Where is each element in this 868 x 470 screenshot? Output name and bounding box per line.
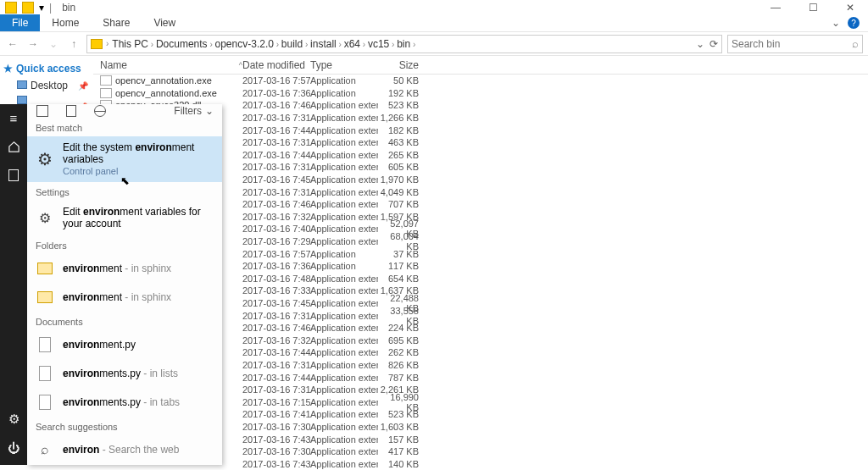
cell-type: Application extens... (310, 422, 378, 432)
chevron-right-icon: › (148, 40, 156, 49)
result-folder[interactable]: environment - in sphinx (27, 283, 222, 312)
cell-type: Application (310, 261, 378, 271)
chevron-right-icon: › (274, 40, 281, 49)
cell-type: Application extens... (310, 373, 378, 383)
result-icon (36, 335, 54, 354)
breadcrumb-segment[interactable]: This PC (112, 38, 148, 50)
help-icon[interactable]: ? (848, 17, 860, 29)
section-settings: Settings (27, 182, 222, 201)
cell-type: Application (310, 249, 378, 259)
forward-button[interactable]: → (25, 38, 41, 50)
cell-size: 463 KB (378, 137, 427, 147)
cell-type: Application (310, 88, 378, 98)
column-headers: Name^ Date modified Type Size (93, 56, 868, 75)
result-folder[interactable]: environment - in sphinx (27, 254, 222, 283)
breadcrumb-segment[interactable]: bin (397, 38, 410, 50)
result-document[interactable]: environment.py (27, 330, 222, 359)
cell-type: Application extens... (310, 446, 378, 456)
ribbon-collapse-icon[interactable]: ⌄ (832, 17, 840, 29)
breadcrumb-segment[interactable]: Documents (156, 38, 208, 50)
cell-size: 117 KB (378, 261, 427, 271)
cell-date: 2017-03-16 7:15 A... (242, 397, 310, 407)
ribbon-tabs: File Home Share View ⌄ ? (0, 15, 868, 32)
result-icon (36, 440, 54, 459)
close-button[interactable]: ✕ (837, 2, 863, 14)
result-document[interactable]: environments.py - in tabs (27, 388, 222, 417)
col-type[interactable]: Type (310, 59, 378, 71)
documents-filter-icon[interactable] (64, 104, 78, 118)
breadcrumb[interactable]: › This PC › Documents › opencv-3.2.0 › b… (86, 35, 722, 53)
tab-file[interactable]: File (0, 14, 40, 31)
cell-date: 2017-03-16 7:46 A... (242, 323, 310, 333)
result-icon (36, 393, 54, 412)
home-icon[interactable] (7, 140, 20, 153)
gear-icon (36, 208, 54, 227)
cell-size: 654 KB (378, 274, 427, 284)
tab-share[interactable]: Share (91, 14, 142, 31)
breadcrumb-segment[interactable]: build (281, 38, 303, 50)
cell-type: Application extens... (310, 434, 378, 445)
up-button[interactable]: ↑ (66, 38, 81, 50)
web-filter-icon[interactable] (93, 104, 107, 118)
qat-dropdown-icon[interactable]: ▾ (39, 2, 44, 14)
minimize-button[interactable]: — (763, 2, 788, 14)
cell-date: 2017-03-16 7:44 A... (242, 125, 310, 135)
cell-size: 417 KB (378, 446, 427, 456)
cell-type: Application extens... (310, 199, 378, 209)
result-suggestion[interactable]: environmental pollution (27, 464, 222, 470)
col-name[interactable]: Name^ (93, 59, 242, 71)
breadcrumb-segment[interactable]: opencv-3.2.0 (215, 38, 274, 50)
breadcrumb-segment[interactable]: x64 (344, 38, 360, 50)
sidebar-item[interactable]: Desktop📌 (3, 78, 90, 93)
recent-dropdown-icon[interactable]: ⌄ (46, 38, 61, 50)
search-input[interactable] (727, 35, 863, 53)
cell-date: 2017-03-16 7:45 A... (242, 174, 310, 185)
settings-rail-icon[interactable] (7, 412, 20, 426)
cell-type: Application extens... (310, 150, 378, 160)
filters-dropdown[interactable]: Filters⌄ (174, 105, 214, 117)
result-suggestion[interactable]: environ - Search the web (27, 435, 222, 464)
cell-type: Application extens... (310, 360, 378, 370)
cell-size: 192 KB (378, 88, 427, 98)
maximize-button[interactable]: ☐ (800, 2, 826, 14)
power-rail-icon[interactable] (7, 441, 20, 455)
cell-type: Application extens... (310, 224, 378, 234)
table-row[interactable]: opencv_annotation.exe2017-03-16 7:57 A..… (93, 75, 868, 87)
tab-view[interactable]: View (142, 14, 187, 31)
folder-icon (17, 96, 27, 104)
cell-size: 826 KB (378, 360, 427, 370)
documents-rail-icon[interactable] (7, 169, 20, 182)
cell-size: 157 KB (378, 434, 427, 445)
address-dropdown-icon[interactable]: ⌄ (696, 38, 704, 50)
search-field[interactable] (732, 38, 849, 50)
cell-date: 2017-03-16 7:44 A... (242, 150, 310, 160)
cell-type: Application extens... (310, 125, 378, 135)
back-button[interactable]: ← (5, 38, 20, 50)
refresh-button[interactable]: ⟳ (709, 38, 718, 50)
section-folders: Folders (27, 235, 222, 254)
tab-home[interactable]: Home (40, 14, 91, 31)
cell-name: opencv_annotation.exe (93, 75, 242, 86)
cell-size: 182 KB (378, 125, 427, 135)
quick-access-header[interactable]: ★ Quick access (3, 63, 90, 75)
cell-date: 2017-03-16 7:32 A... (242, 335, 310, 346)
col-size[interactable]: Size (378, 59, 427, 71)
cell-date: 2017-03-16 7:31 A... (242, 162, 310, 172)
apps-filter-icon[interactable] (36, 104, 49, 118)
result-edit-user-env[interactable]: Edit environment variables for your acco… (27, 201, 222, 235)
result-document[interactable]: environments.py - in lists (27, 359, 222, 388)
breadcrumb-segment[interactable]: vc15 (368, 38, 389, 50)
chevron-right-icon: › (303, 40, 310, 49)
table-row[interactable]: opencv_annotationd.exe2017-03-16 7:36 A.… (93, 87, 868, 100)
cell-size: 50 KB (378, 75, 427, 86)
breadcrumb-segment[interactable]: install (310, 38, 337, 50)
result-title: environments.py - in lists (63, 368, 178, 379)
cell-date: 2017-03-16 7:30 A... (242, 446, 310, 456)
result-edit-system-env[interactable]: Edit the system environment variables Co… (27, 136, 222, 182)
hamburger-icon[interactable] (7, 111, 20, 124)
col-date[interactable]: Date modified (242, 59, 310, 71)
cell-date: 2017-03-16 7:43 A... (242, 434, 310, 445)
cell-type: Application extens... (310, 285, 378, 296)
cell-size: 37 KB (378, 249, 427, 259)
section-documents: Documents (27, 312, 222, 330)
